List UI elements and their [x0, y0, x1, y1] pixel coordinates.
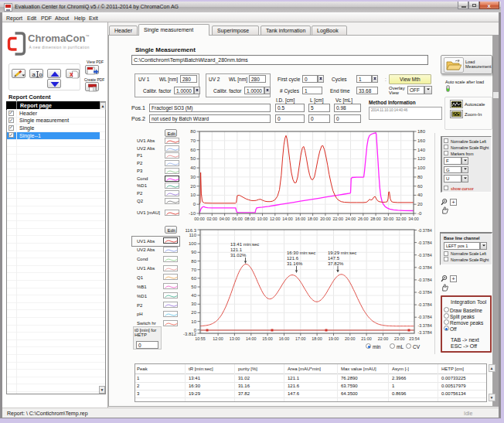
svg-text:30: 30 [191, 302, 196, 306]
svg-text:x: x [70, 70, 73, 78]
svg-text:10:00: 10:00 [257, 217, 268, 221]
svg-text:-3.3784: -3.3784 [418, 330, 432, 335]
svg-text:-0.3784: -0.3784 [418, 278, 432, 282]
svg-text:31.16%: 31.16% [287, 261, 303, 266]
svg-text:-3.3784: -3.3784 [418, 323, 432, 328]
svg-text:-0.3784: -0.3784 [418, 253, 432, 258]
svg-text:23:00: 23:00 [394, 336, 405, 341]
svg-text:22:00: 22:00 [378, 336, 389, 341]
svg-text:08:00: 08:00 [244, 217, 255, 221]
svg-text:110: 110 [189, 233, 196, 237]
svg-text:19:00: 19:00 [329, 336, 339, 341]
svg-text:70: 70 [190, 138, 196, 143]
svg-text:18:00: 18:00 [312, 336, 322, 341]
svg-text:-10: -10 [189, 211, 196, 216]
svg-text:121.1: 121.1 [230, 247, 243, 252]
svg-text:147.5: 147.5 [328, 256, 340, 261]
svg-text:19:29 min:sec: 19:29 min:sec [328, 251, 356, 255]
svg-text:13.41 min:sec: 13.41 min:sec [230, 242, 259, 247]
svg-text:26:00: 26:00 [358, 217, 369, 221]
svg-text:160: 160 [417, 138, 426, 143]
svg-text:14:00: 14:00 [246, 336, 257, 341]
svg-text:10:55: 10:55 [195, 336, 206, 341]
svg-text:-0.3784: -0.3784 [418, 290, 432, 295]
svg-text:15:00: 15:00 [262, 336, 273, 341]
svg-text:20:00: 20:00 [345, 336, 356, 341]
svg-text:a: a [32, 71, 36, 78]
svg-text:80: 80 [191, 259, 196, 264]
svg-text:40: 40 [417, 193, 423, 197]
svg-text:120: 120 [417, 156, 426, 161]
svg-text:70: 70 [191, 268, 196, 272]
svg-text:80: 80 [417, 175, 423, 179]
svg-text:90: 90 [191, 250, 196, 254]
svg-text:80: 80 [190, 129, 196, 134]
svg-text:100: 100 [417, 165, 426, 170]
svg-text:-0.3784: -0.3784 [418, 315, 432, 319]
svg-text:04:00: 04:00 [220, 217, 230, 221]
svg-text:140: 140 [417, 148, 426, 152]
svg-text:o: o [39, 71, 42, 78]
svg-text:60: 60 [417, 184, 423, 189]
svg-text:-0.3784: -0.3784 [418, 265, 432, 270]
svg-text:02:00: 02:00 [207, 217, 218, 221]
svg-text:20: 20 [191, 310, 196, 315]
svg-text:28:00: 28:00 [370, 217, 381, 221]
svg-text:-0.3784: -0.3784 [418, 302, 432, 307]
svg-text:40: 40 [190, 165, 196, 170]
svg-text:-0.3784: -0.3784 [418, 240, 432, 245]
svg-text:16:00: 16:00 [279, 336, 290, 341]
svg-text:0: 0 [193, 202, 196, 206]
svg-text:60: 60 [191, 276, 196, 281]
svg-text:121.6: 121.6 [287, 256, 299, 261]
svg-text:20: 20 [190, 184, 196, 189]
svg-text:31.02%: 31.02% [230, 253, 247, 258]
svg-text:100: 100 [189, 241, 197, 246]
svg-text:18:00: 18:00 [308, 217, 318, 221]
svg-text:32:00: 32:00 [396, 217, 407, 221]
svg-text:-3.812: -3.812 [183, 332, 197, 336]
svg-text:37.82%: 37.82% [328, 261, 344, 266]
svg-text:16:30 min:sec: 16:30 min:sec [287, 251, 315, 255]
svg-text:30:00: 30:00 [383, 217, 394, 221]
svg-text:60: 60 [190, 148, 196, 152]
svg-text:20: 20 [417, 202, 423, 206]
svg-text:30: 30 [190, 175, 196, 179]
svg-text:116.3: 116.3 [185, 228, 196, 233]
svg-text:23:54: 23:54 [409, 336, 420, 341]
svg-text:50: 50 [190, 156, 196, 161]
svg-text:22:00: 22:00 [332, 217, 343, 221]
svg-text:-0.3784: -0.3784 [418, 228, 432, 233]
svg-text:10: 10 [190, 193, 196, 197]
svg-text:12:00: 12:00 [213, 336, 223, 341]
svg-text:06:00: 06:00 [232, 217, 243, 221]
svg-text:21:00: 21:00 [361, 336, 372, 341]
svg-text:180: 180 [417, 129, 426, 134]
svg-text:10: 10 [191, 319, 196, 324]
svg-text:13:00: 13:00 [230, 336, 240, 341]
svg-text:20:00: 20:00 [320, 217, 331, 221]
svg-text:50: 50 [191, 285, 196, 289]
svg-text:00:00: 00:00 [194, 217, 205, 221]
svg-text:16:00: 16:00 [295, 217, 306, 221]
svg-text:12:00: 12:00 [270, 217, 281, 221]
svg-text:17:00: 17:00 [295, 336, 306, 341]
svg-text:40: 40 [191, 293, 196, 298]
svg-text:34:00: 34:00 [408, 217, 419, 221]
svg-text:-0: -0 [417, 211, 422, 216]
svg-text:24:00: 24:00 [346, 217, 356, 221]
svg-text:14:00: 14:00 [282, 217, 293, 221]
